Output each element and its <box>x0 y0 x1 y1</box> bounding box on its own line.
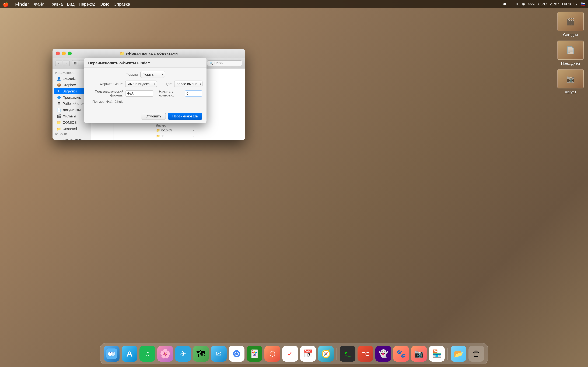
svg-point-7 <box>235 352 238 355</box>
format-name-select[interactable]: Имя и индекс <box>125 81 157 87</box>
dock-reminders[interactable]: ✓ <box>282 346 298 362</box>
format-select[interactable]: Формат <box>140 71 165 78</box>
format-select-wrapper: Формат <box>140 71 165 78</box>
dock-spotify[interactable]: ♫ <box>139 346 155 362</box>
sidebar-label-comics: COMICS <box>63 121 77 125</box>
dialog-header: Переименовать объекты Finder: <box>84 58 207 68</box>
app-name[interactable]: Finder <box>15 1 29 7</box>
dock-maps[interactable]: 🗺 <box>193 346 209 362</box>
dock: A ♫ 🌸 ✈ 🗺 ✉ 🃏 ⬡ ✓ 📅 🧭 $_ ⌥ <box>100 343 488 364</box>
dock-paw[interactable]: 🐾 <box>393 346 409 362</box>
maximize-button[interactable] <box>68 51 72 55</box>
dialog-example: Пример: Файл0.heic <box>88 100 202 104</box>
menu-window[interactable]: Окно <box>100 2 109 7</box>
right-panel-today-thumb: 🎬 <box>557 12 584 31</box>
col3-item-815[interactable]: 📁 8-15.05 › <box>154 128 196 133</box>
menu-view[interactable]: Вид <box>67 2 75 7</box>
comics-folder-icon: 📁 <box>57 120 61 125</box>
svg-point-3 <box>110 352 111 353</box>
user-icon: 👤 <box>57 76 61 81</box>
sidebar-item-icloud[interactable]: ☁ iCloud Drive <box>54 137 89 140</box>
where-select[interactable]: после имени <box>174 81 202 87</box>
dock-telegram[interactable]: ✈ <box>175 346 191 362</box>
right-panel-today[interactable]: 🎬 Сегодня <box>557 12 584 37</box>
chevron-right-icon: › <box>193 134 194 137</box>
finder-title-icon: 📁 <box>120 51 124 56</box>
dock-calendar[interactable]: 📅 <box>300 346 316 362</box>
folder-icon: 📁 <box>156 134 160 138</box>
menu-items: Файл Правка Вид Переход Окно Справка <box>34 2 130 7</box>
right-panel-prev[interactable]: 📄 Пре...дней <box>557 41 584 66</box>
menu-help[interactable]: Справка <box>113 2 130 7</box>
movies-icon: 🎬 <box>57 114 61 118</box>
sidebar-item-unsorted[interactable]: 📁 Unsorted <box>54 126 89 132</box>
cancel-button[interactable]: Отменить <box>141 113 166 120</box>
dock-git[interactable]: ⌥ <box>357 346 373 362</box>
dialog-custom-format-row: Пользовательский формат: Начинать номера… <box>88 90 202 97</box>
right-panel-august-label: Август <box>565 90 576 94</box>
rename-button[interactable]: Переименовать <box>168 113 202 120</box>
forward-button[interactable]: › <box>63 60 70 66</box>
dock-appstore[interactable]: A <box>122 346 137 362</box>
dock-terminal[interactable]: $_ <box>340 346 355 362</box>
menubar-flag: 🇷🇺 <box>580 2 585 7</box>
start-number-input[interactable] <box>185 91 202 96</box>
toolbar-search[interactable]: 🔍 Поиск <box>207 60 242 66</box>
col3-section-january: Январь <box>154 123 196 128</box>
close-button[interactable] <box>56 51 60 55</box>
dock-separator <box>337 348 337 360</box>
col3-label-815: 8-15.05 <box>161 129 172 132</box>
format-name-select-wrapper: Имя и индекс <box>125 81 157 87</box>
col3-item-gifts[interactable]: 📁 23-02-gifts › <box>154 139 196 140</box>
dock-store[interactable]: 🏪 <box>429 346 445 362</box>
finder-title: 📁 wНовая папка с объектами <box>120 51 178 56</box>
traffic-lights <box>56 51 72 55</box>
menubar: 🍎 Finder Файл Правка Вид Переход Окно Сп… <box>0 0 588 8</box>
dock-trash[interactable]: 🗑 <box>468 346 484 362</box>
col3-label-gifts: 23-02-gifts <box>161 140 176 140</box>
menubar-brightness: ☀ <box>516 2 519 7</box>
dropbox-icon: 📦 <box>57 83 61 87</box>
format-name-label: Формат имени: <box>88 82 123 86</box>
sidebar-label-documents: Документы <box>63 108 81 112</box>
menubar-left: 🍎 Finder Файл Правка Вид Переход Окно Сп… <box>3 1 130 7</box>
menubar-dots: ··· <box>510 2 513 7</box>
dock-solitaire[interactable]: 🃏 <box>247 346 262 362</box>
col3-item-11[interactable]: 📁 11 › <box>154 133 196 139</box>
dialog-body: Формат Формат Формат имени: Имя и индекс… <box>84 68 207 111</box>
sidebar-label-unsorted: Unsorted <box>63 127 77 131</box>
dock-finder[interactable] <box>104 346 120 362</box>
sidebar-label-dropbox: Dropbox <box>63 83 76 87</box>
download-icon: ⬇ <box>57 89 61 93</box>
menubar-temp: 65°C <box>538 2 547 7</box>
menu-file[interactable]: Файл <box>34 2 44 7</box>
dock-photos2[interactable]: 📷 <box>411 346 427 362</box>
dock-photos[interactable]: 🌸 <box>157 346 173 362</box>
dock-mail[interactable]: ✉ <box>211 346 227 362</box>
finder-titlebar: 📁 wНовая папка с объектами <box>52 49 245 58</box>
menubar-wifi: ⊕ <box>522 2 525 7</box>
dock-safari[interactable]: 🧭 <box>318 346 334 362</box>
view-icons-button[interactable]: ⊞ <box>72 60 79 66</box>
right-panel-august[interactable]: 📷 Август <box>557 69 584 94</box>
dock-setapp[interactable]: ⬡ <box>264 346 280 362</box>
menubar-battery: 46% <box>528 2 536 7</box>
back-button[interactable]: ‹ <box>55 60 62 66</box>
menubar-time: 21:07 <box>550 2 559 7</box>
custom-format-input[interactable] <box>125 90 153 97</box>
menu-edit[interactable]: Правка <box>49 2 63 7</box>
dock-files[interactable]: 📂 <box>451 346 466 362</box>
folder-icon: 📁 <box>156 128 160 132</box>
apple-menu[interactable]: 🍎 <box>3 1 9 7</box>
sidebar-label-apps: Программы <box>63 96 82 100</box>
minimize-button[interactable] <box>62 51 66 55</box>
dock-boo[interactable]: 👻 <box>375 346 391 362</box>
menu-go[interactable]: Переход <box>79 2 95 7</box>
dock-chrome[interactable] <box>229 346 244 362</box>
search-placeholder: Поиск <box>214 61 223 65</box>
col3-label-11: 11 <box>161 134 165 138</box>
start-number-label: Начинать номера с: <box>159 90 183 97</box>
documents-icon: 📄 <box>57 108 61 112</box>
where-label: Где: <box>166 82 172 86</box>
example-label: Пример: <box>92 100 105 103</box>
